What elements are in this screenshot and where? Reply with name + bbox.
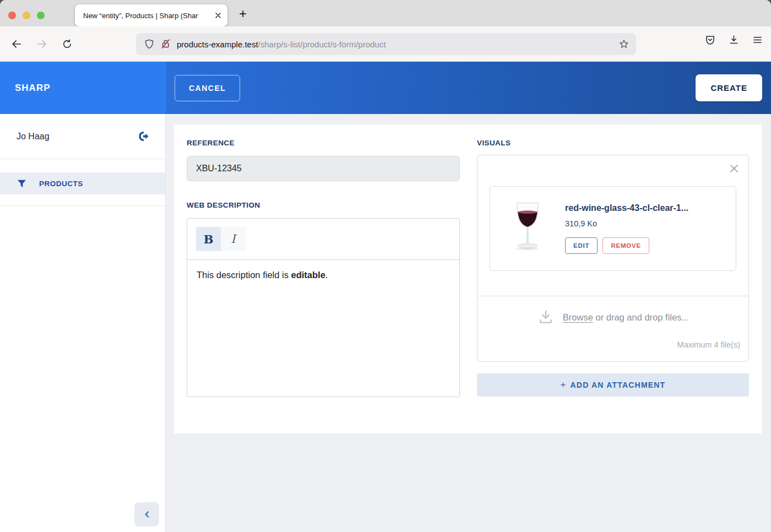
- visuals-card: red-wine-glass-43-cl-clear-1... 310,9 Ko…: [477, 155, 749, 362]
- bookmark-star-icon[interactable]: [618, 39, 629, 50]
- form-right-column: VISUALS: [477, 139, 749, 419]
- reload-icon[interactable]: [57, 34, 77, 54]
- sidebar-menu: PRODUCTS: [0, 172, 165, 206]
- tab-title: New “entity”, Products | Sharp (Shar: [83, 12, 198, 20]
- back-icon[interactable]: [7, 34, 26, 54]
- app-header-actions: CANCEL CREATE: [166, 62, 771, 114]
- sidebar-item-products[interactable]: PRODUCTS: [0, 172, 165, 194]
- wine-glass-thumbnail: [498, 200, 557, 257]
- url-text[interactable]: products-example.test/sharp/s-list/produ…: [177, 40, 618, 49]
- close-window-button[interactable]: [8, 12, 16, 19]
- description-text: This description field is: [197, 270, 291, 280]
- filter-funnel-icon: [17, 178, 27, 189]
- create-button[interactable]: CREATE: [696, 74, 762, 101]
- file-info: red-wine-glass-43-cl-clear-1... 310,9 Ko…: [565, 203, 688, 254]
- edit-button[interactable]: EDIT: [565, 237, 598, 254]
- upload-icon: [537, 308, 555, 326]
- cancel-button[interactable]: CANCEL: [175, 75, 240, 101]
- main-content: REFERENCE WEB DESCRIPTION B I This descr…: [166, 114, 771, 532]
- browser-toolbar: products-example.test/sharp/s-list/produ…: [0, 26, 771, 62]
- file-dropzone[interactable]: Browse or drag and drop files...: [477, 296, 748, 338]
- new-tab-button[interactable]: +: [234, 6, 252, 22]
- reference-input[interactable]: [187, 156, 460, 181]
- minimize-window-button[interactable]: [23, 12, 30, 19]
- visuals-close-icon[interactable]: [728, 162, 740, 175]
- tab-strip: New “entity”, Products | Sharp (Shar +: [0, 0, 771, 26]
- app-header-brand: SHARP: [0, 62, 166, 114]
- downloads-icon[interactable]: [728, 34, 740, 46]
- file-actions: EDIT REMOVE: [565, 237, 688, 254]
- window-controls: [8, 12, 45, 19]
- forward-icon[interactable]: [32, 34, 52, 54]
- shield-icon[interactable]: [144, 39, 155, 50]
- uploaded-file-card: red-wine-glass-43-cl-clear-1... 310,9 Ko…: [490, 186, 736, 271]
- file-name: red-wine-glass-43-cl-clear-1...: [565, 203, 688, 213]
- url-path: /sharp/s-list/product/s-form/product: [258, 40, 386, 49]
- menu-hamburger-icon[interactable]: [752, 34, 763, 46]
- visuals-label: VISUALS: [477, 139, 749, 147]
- browser-window: New “entity”, Products | Sharp (Shar + p…: [0, 0, 771, 532]
- sidebar-collapse-button[interactable]: [134, 502, 159, 526]
- italic-button[interactable]: I: [221, 227, 246, 251]
- sidebar: Jo Haag PRODUCTS: [0, 114, 166, 532]
- editor-body[interactable]: This description field is editable.: [187, 260, 459, 290]
- remove-button[interactable]: REMOVE: [602, 237, 649, 254]
- form-left-column: REFERENCE WEB DESCRIPTION B I This descr…: [187, 139, 460, 419]
- tab-close-icon[interactable]: [213, 10, 223, 20]
- sidebar-item-label: PRODUCTS: [39, 180, 83, 188]
- insecure-lock-icon[interactable]: [160, 39, 171, 50]
- browse-link[interactable]: Browse: [563, 312, 593, 322]
- file-size: 310,9 Ko: [565, 219, 688, 228]
- app-header: SHARP CANCEL CREATE: [0, 62, 771, 114]
- add-attachment-label: ADD AN ATTACHMENT: [571, 381, 666, 389]
- description-text-suffix: .: [325, 270, 328, 280]
- dropzone-text-rest: or drag and drop files...: [593, 312, 689, 322]
- description-text-bold: editable: [291, 270, 325, 280]
- zoom-window-button[interactable]: [37, 12, 45, 19]
- url-domain: products-example.test: [177, 40, 258, 49]
- reference-label: REFERENCE: [187, 139, 460, 147]
- dropzone-text: Browse or drag and drop files...: [563, 312, 689, 323]
- sharp-logo[interactable]: SHARP: [15, 83, 51, 94]
- user-name: Jo Haag: [17, 132, 50, 142]
- form-panel: REFERENCE WEB DESCRIPTION B I This descr…: [174, 124, 762, 433]
- user-row: Jo Haag: [0, 114, 165, 159]
- url-bar[interactable]: products-example.test/sharp/s-list/produ…: [136, 33, 636, 55]
- rich-text-editor: B I This description field is editable.: [187, 218, 460, 397]
- logout-icon[interactable]: [137, 130, 150, 143]
- bold-button[interactable]: B: [196, 227, 221, 251]
- max-files-note: Maximum 4 file(s): [477, 338, 748, 349]
- web-description-label: WEB DESCRIPTION: [187, 201, 460, 209]
- add-attachment-button[interactable]: + ADD AN ATTACHMENT: [477, 373, 749, 397]
- plus-icon: +: [561, 379, 566, 390]
- pocket-icon[interactable]: [704, 34, 716, 46]
- browser-tab[interactable]: New “entity”, Products | Sharp (Shar: [75, 4, 227, 26]
- editor-toolbar: B I: [187, 219, 459, 260]
- toolbar-right-icons: [704, 34, 763, 46]
